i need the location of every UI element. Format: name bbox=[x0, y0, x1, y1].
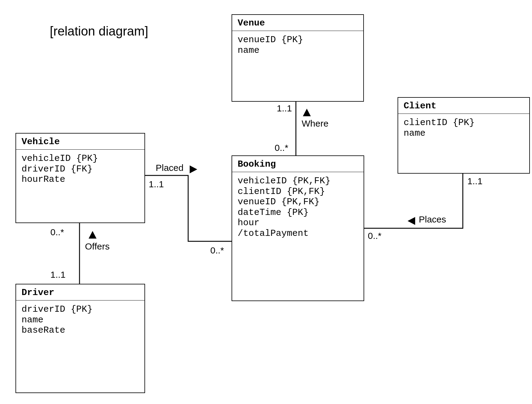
attr: clientID {PK} bbox=[404, 117, 524, 128]
entity-booking-attrs: vehicleID {PK,FK} clientID {PK,FK} venue… bbox=[232, 172, 364, 241]
arrow-placed bbox=[190, 165, 197, 173]
entity-venue-title: Venue bbox=[232, 15, 363, 31]
mult-placed-to: 0..* bbox=[210, 245, 224, 256]
entity-booking-title: Booking bbox=[232, 156, 364, 172]
edge-places bbox=[364, 174, 463, 228]
attr: /totalPayment bbox=[238, 228, 358, 239]
entity-driver: Driver driverID {PK} name baseRate bbox=[15, 284, 145, 393]
entity-vehicle-title: Vehicle bbox=[16, 134, 144, 150]
attr: hourRate bbox=[22, 174, 139, 185]
mult-where-venue: 1..1 bbox=[277, 103, 292, 114]
attr: driverID {PK} bbox=[22, 304, 139, 315]
entity-venue: Venue venueID {PK} name bbox=[232, 14, 364, 102]
attr: driverID {FK} bbox=[22, 164, 139, 175]
arrow-offers bbox=[89, 231, 97, 239]
entity-client-attrs: clientID {PK} name bbox=[398, 114, 529, 141]
relation-label-offers: Offers bbox=[85, 241, 110, 252]
mult-places-booking: 0..* bbox=[368, 231, 381, 241]
entity-vehicle-attrs: vehicleID {PK} driverID {FK} hourRate bbox=[16, 150, 144, 187]
attr: vehicleID {PK} bbox=[22, 153, 139, 164]
relation-label-where: Where bbox=[302, 118, 328, 129]
relation-label-places: Places bbox=[419, 214, 446, 225]
mult-places-client: 1..1 bbox=[467, 176, 483, 186]
mult-offers-vehicle: 0..* bbox=[50, 227, 64, 237]
attr: name bbox=[22, 315, 139, 325]
attr: vehicleID {PK,FK} bbox=[238, 176, 358, 186]
attr: baseRate bbox=[22, 325, 139, 336]
attr: clientID {PK,FK} bbox=[238, 186, 358, 197]
entity-venue-attrs: venueID {PK} name bbox=[232, 31, 363, 58]
entity-client: Client clientID {PK} name bbox=[398, 97, 530, 174]
relation-diagram: [relation diagram] Venue venueID {PK} na… bbox=[0, 0, 532, 404]
arrow-places bbox=[408, 217, 415, 225]
attr: venueID {PK} bbox=[238, 35, 358, 45]
entity-client-title: Client bbox=[398, 98, 529, 114]
diagram-title: [relation diagram] bbox=[50, 24, 148, 39]
entity-booking: Booking vehicleID {PK,FK} clientID {PK,F… bbox=[232, 155, 364, 301]
entity-driver-title: Driver bbox=[16, 284, 144, 300]
attr: venueID {PK,FK} bbox=[238, 197, 358, 207]
mult-where-booking: 0..* bbox=[275, 143, 288, 153]
attr: hour bbox=[238, 218, 358, 228]
mult-placed-from: 1..1 bbox=[149, 179, 164, 189]
mult-offers-driver: 1..1 bbox=[50, 270, 66, 280]
attr: name bbox=[238, 45, 358, 56]
attr: dateTime {PK} bbox=[238, 207, 358, 218]
entity-vehicle: Vehicle vehicleID {PK} driverID {FK} hou… bbox=[15, 133, 145, 223]
relation-label-placed: Placed bbox=[156, 163, 184, 173]
entity-driver-attrs: driverID {PK} name baseRate bbox=[16, 300, 144, 338]
attr: name bbox=[404, 128, 524, 139]
arrow-where bbox=[303, 109, 311, 116]
